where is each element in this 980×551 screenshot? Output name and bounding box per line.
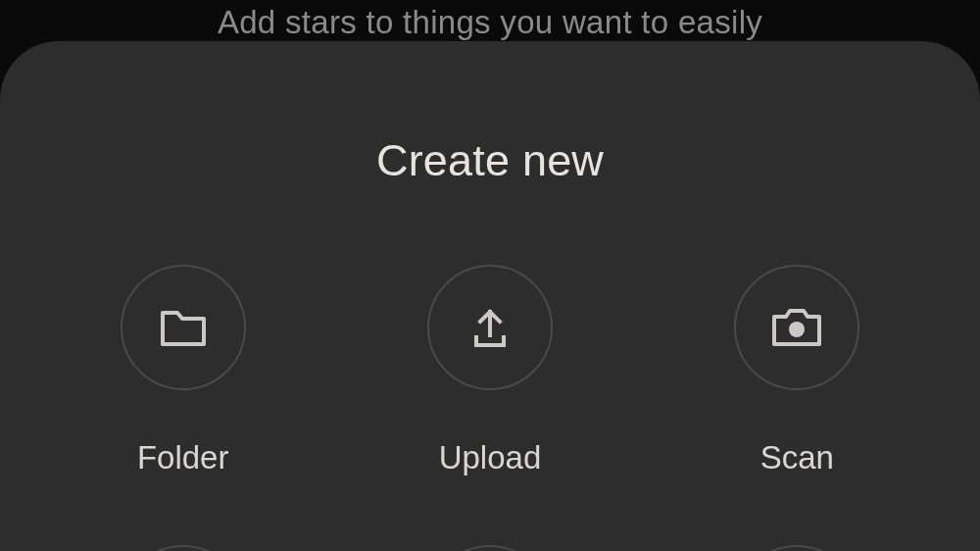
starred-hint-text: Add stars to things you want to easily	[0, 0, 980, 44]
folder-label: Folder	[137, 439, 229, 476]
peek-circle	[427, 545, 553, 551]
scan-action[interactable]: Scan	[669, 265, 924, 476]
peek-circle	[121, 545, 246, 551]
svg-point-0	[789, 322, 805, 337]
actions-row: Folder Upload Scan	[0, 265, 980, 476]
upload-icon	[427, 265, 553, 390]
upload-label: Upload	[439, 439, 542, 476]
next-row-peek	[0, 545, 980, 551]
folder-icon	[121, 265, 246, 390]
sheet-title: Create new	[0, 135, 980, 186]
upload-action[interactable]: Upload	[363, 265, 617, 476]
create-new-bottom-sheet: Create new Folder Upload	[0, 41, 980, 551]
camera-icon	[734, 265, 859, 390]
peek-circle	[734, 545, 859, 551]
scan-label: Scan	[760, 439, 834, 476]
create-folder-action[interactable]: Folder	[56, 265, 311, 476]
